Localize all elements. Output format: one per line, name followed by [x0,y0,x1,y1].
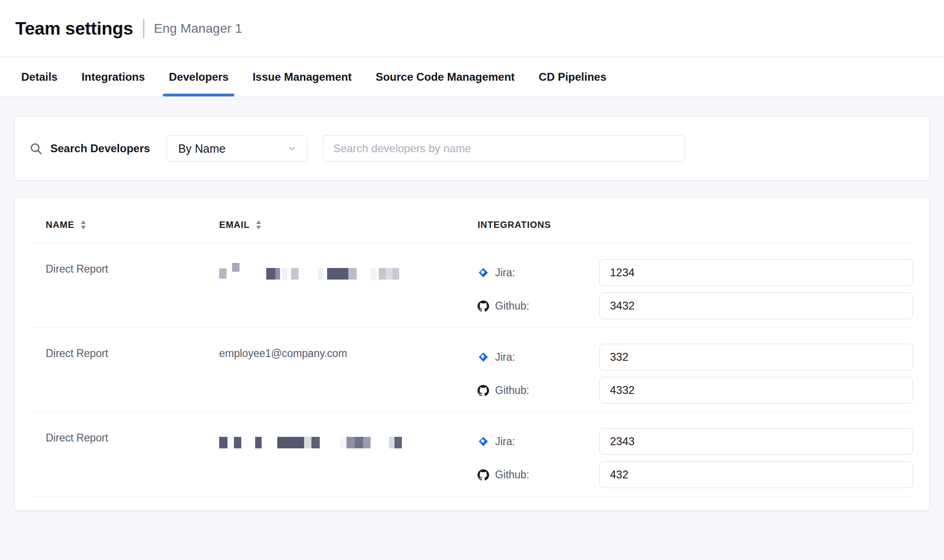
content: Search Developers By Name NAME EMAIL [0,97,944,511]
redacted-email [219,263,463,280]
table-header-row: NAME EMAIL INTEGRATIONS [31,197,913,244]
search-input[interactable] [323,135,685,162]
tab-cd-pipelines[interactable]: CD Pipelines [539,57,607,96]
jira-id-input[interactable] [599,259,913,286]
table-row: Direct Report Jira: [31,412,913,497]
column-header-name: NAME [31,220,204,230]
developers-table: NAME EMAIL INTEGRATIONS Direct Report [14,197,930,511]
sort-icon[interactable] [256,220,262,230]
jira-label: Jira: [495,267,515,279]
jira-icon [478,436,489,447]
jira-label: Jira: [495,351,515,363]
github-icon [478,385,489,396]
tab-developers[interactable]: Developers [169,57,228,96]
jira-integration-row: Jira: [478,428,913,455]
search-panel: Search Developers By Name [14,116,930,181]
jira-integration-row: Jira: [478,344,913,370]
tab-bar: Details Integrations Developers Issue Ma… [0,57,944,97]
developer-email: employee1@company.com [219,347,347,359]
page: Team settings Eng Manager 1 Details Inte… [0,0,944,511]
github-id-input[interactable] [599,292,913,319]
table-row: Direct Report Jira: [31,244,913,328]
github-id-input[interactable] [599,377,913,404]
jira-id-input[interactable] [599,344,913,370]
column-header-integrations: INTEGRATIONS [463,220,913,230]
filter-value: By Name [178,142,226,155]
tab-issue-management[interactable]: Issue Management [252,57,352,96]
jira-icon [478,351,489,363]
jira-label: Jira: [495,435,515,448]
tab-integrations[interactable]: Integrations [82,57,145,96]
column-header-email: EMAIL [204,220,463,230]
filter-dropdown[interactable]: By Name [167,135,307,162]
github-id-input[interactable] [599,461,913,488]
github-integration-row: Github: [478,292,913,319]
chevron-down-icon [287,143,298,154]
team-name: Eng Manager 1 [154,21,242,36]
developer-name: Direct Report [46,347,108,359]
page-header: Team settings Eng Manager 1 [0,0,944,57]
github-icon [478,469,489,481]
table-row: Direct Report employee1@company.com Jira… [31,328,913,412]
page-title: Team settings [15,18,133,39]
table-body: Direct Report Jira: [31,244,913,497]
tab-source-code-management[interactable]: Source Code Management [376,57,514,96]
github-label: Github: [495,300,529,312]
github-icon [478,300,489,312]
jira-integration-row: Jira: [478,259,913,286]
tab-details[interactable]: Details [21,57,58,96]
search-icon [29,142,43,155]
redacted-email [219,432,463,448]
jira-icon [478,267,489,279]
search-label: Search Developers [50,142,150,155]
github-label: Github: [495,384,529,397]
sort-icon[interactable] [80,220,86,230]
github-integration-row: Github: [478,377,913,404]
github-label: Github: [495,469,529,481]
github-integration-row: Github: [478,461,913,488]
title-divider [143,19,144,38]
developer-name: Direct Report [46,432,108,444]
developer-name: Direct Report [46,263,108,275]
jira-id-input[interactable] [599,428,913,455]
